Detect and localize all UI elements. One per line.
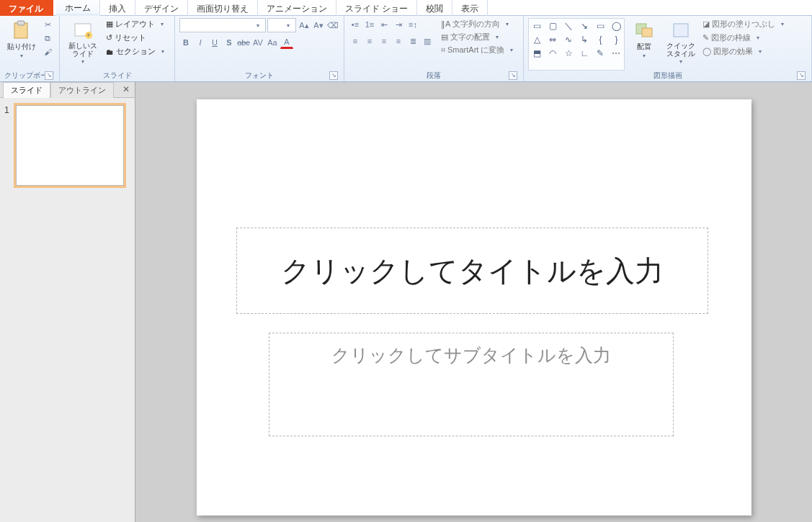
tab-file[interactable]: ファイル <box>0 0 53 16</box>
align-text-icon: ▤ <box>441 32 448 42</box>
tab-slideshow[interactable]: スライド ショー <box>336 0 417 16</box>
ribbon-tabs: ファイル ホーム 挿入 デザイン 画面切り替え アニメーション スライド ショー… <box>0 0 812 16</box>
title-placeholder[interactable]: クリックしてタイトルを入力 <box>236 228 708 314</box>
numbering-button[interactable]: 1≡ <box>363 18 376 31</box>
tab-review[interactable]: 校閲 <box>417 0 452 16</box>
tab-animations[interactable]: アニメーション <box>258 0 336 16</box>
line-spacing-button[interactable]: ≡↕ <box>406 18 419 31</box>
arrange-label: 配置 <box>637 42 651 52</box>
copy-button[interactable]: ⧉ <box>41 32 54 45</box>
side-tab-outline[interactable]: アウトライン <box>50 82 114 98</box>
shape-connector-icon[interactable]: ↳ <box>577 33 592 46</box>
layout-button[interactable]: ▦ レイアウト▾ <box>104 18 170 30</box>
shapes-more-icon[interactable]: ⋯ <box>609 47 623 60</box>
group-title-font: フォント ↘ <box>179 71 339 81</box>
char-spacing-button[interactable]: AV <box>251 36 264 49</box>
format-painter-button[interactable]: 🖌 <box>41 45 54 58</box>
group-slides: ✦ 新しいスライド ▾ ▦ レイアウト▾ ↺ リセット 🖿 セクション▾ <box>60 16 175 81</box>
shape-curve-icon[interactable]: ∿ <box>561 33 576 46</box>
text-direction-button[interactable]: ‖A 文字列の方向▾ <box>439 18 519 30</box>
group-clipboard: 貼り付け ▾ ✂ ⧉ 🖌 クリップボード ↘ <box>0 16 60 81</box>
shape-effects-button[interactable]: ◯図形の効果▾ <box>700 45 790 58</box>
shape-outline-button[interactable]: ✎図形の枠線▾ <box>700 32 790 44</box>
shape-oval-icon[interactable]: ◯ <box>609 19 623 32</box>
shape-arrowLR-icon[interactable]: ⇔ <box>545 33 560 46</box>
slides-panel: スライド アウトライン ✕ 1 <box>0 82 135 522</box>
clear-format-button[interactable]: ⌫ <box>326 19 339 32</box>
underline-button[interactable]: U <box>208 36 221 49</box>
align-center-button[interactable]: ≡ <box>363 35 376 48</box>
subtitle-placeholder-text: クリックしてサブタイトルを入力 <box>331 343 611 367</box>
shape-rect-icon[interactable]: ▭ <box>530 19 544 32</box>
quick-style-icon <box>669 19 692 41</box>
columns-button[interactable]: ▥ <box>421 35 434 48</box>
shape-line-icon[interactable]: ＼ <box>561 19 576 32</box>
title-placeholder-text: クリックしてタイトルを入力 <box>281 251 664 291</box>
new-slide-button[interactable]: ✦ 新しいスライド ▾ <box>64 18 102 71</box>
italic-button[interactable]: I <box>194 36 207 49</box>
layout-icon: ▦ <box>106 19 113 29</box>
font-name-combo[interactable]: ▾ <box>179 18 266 32</box>
shape-star-icon[interactable]: ☆ <box>561 47 576 60</box>
shape-rect2-icon[interactable]: ▭ <box>593 19 607 32</box>
shape-arc-icon[interactable]: ◠ <box>545 47 560 60</box>
group-title-drawing: 図形描画 ↘ <box>528 71 807 81</box>
shapes-gallery[interactable]: ▭ ▢ ＼ ↘ ▭ ◯ △ ⇔ ∿ ↳ { } ⬒ ◠ <box>528 18 625 71</box>
reset-button[interactable]: ↺ リセット <box>104 32 170 44</box>
section-button[interactable]: 🖿 セクション▾ <box>104 45 170 58</box>
increase-indent-button[interactable]: ⇥ <box>392 18 405 31</box>
tab-home[interactable]: ホーム <box>56 0 100 16</box>
subtitle-placeholder[interactable]: クリックしてサブタイトルを入力 <box>269 333 674 436</box>
slide-number-label: 1 <box>4 105 12 186</box>
smartart-button[interactable]: ⌗ SmartArt に変換▾ <box>439 44 519 56</box>
shape-triangle-icon[interactable]: △ <box>530 33 544 46</box>
tab-insert[interactable]: 挿入 <box>100 0 135 16</box>
tab-view[interactable]: 表示 <box>452 0 488 16</box>
shape-callout-icon[interactable]: ⬒ <box>530 47 544 60</box>
arrange-button[interactable]: 配置 ▾ <box>627 18 661 71</box>
bullets-button[interactable]: •≡ <box>349 18 362 31</box>
cut-button[interactable]: ✂ <box>41 18 54 31</box>
shape-brace-icon[interactable]: { <box>593 33 607 46</box>
increase-font-button[interactable]: A▴ <box>298 19 311 32</box>
paste-button[interactable]: 貼り付け ▾ <box>4 18 39 71</box>
decrease-font-button[interactable]: A▾ <box>312 19 325 32</box>
text-direction-icon: ‖A <box>441 19 450 29</box>
close-panel-button[interactable]: ✕ <box>120 84 132 96</box>
shape-freeform-icon[interactable]: ✎ <box>593 47 607 60</box>
shape-l-icon[interactable]: ∟ <box>577 47 592 60</box>
drawing-dialog-launcher[interactable]: ↘ <box>797 71 806 80</box>
shape-fill-button[interactable]: ◪図形の塗りつぶし▾ <box>700 18 790 30</box>
quick-style-button[interactable]: クイックスタイル ▾ <box>664 18 698 71</box>
slide-canvas-area[interactable]: クリックしてタイトルを入力 クリックしてサブタイトルを入力 <box>135 82 812 522</box>
change-case-button[interactable]: Aa <box>266 36 279 49</box>
strike-button[interactable]: abc <box>237 36 250 49</box>
distribute-button[interactable]: ≣ <box>406 35 419 48</box>
thumbnail-1[interactable]: 1 <box>4 105 130 186</box>
tab-design[interactable]: デザイン <box>135 0 188 16</box>
dropdown-arrow-icon: ▾ <box>78 58 88 65</box>
svg-rect-1 <box>17 21 24 25</box>
tab-transitions[interactable]: 画面切り替え <box>188 0 258 16</box>
shape-roundrect-icon[interactable]: ▢ <box>545 19 560 32</box>
font-dialog-launcher[interactable]: ↘ <box>329 71 338 80</box>
decrease-indent-button[interactable]: ⇤ <box>378 18 391 31</box>
justify-button[interactable]: ≡ <box>392 35 405 48</box>
side-tab-slides[interactable]: スライド <box>3 82 50 98</box>
side-panel-tabs: スライド アウトライン ✕ <box>0 82 135 98</box>
bold-button[interactable]: B <box>179 36 192 49</box>
font-color-button[interactable]: A <box>280 36 293 49</box>
shape-brace2-icon[interactable]: } <box>609 33 623 46</box>
font-size-combo[interactable]: ▾ <box>267 18 296 32</box>
clipboard-dialog-launcher[interactable]: ↘ <box>45 71 53 80</box>
align-right-button[interactable]: ≡ <box>378 35 391 48</box>
section-icon: 🖿 <box>106 48 114 56</box>
slide[interactable]: クリックしてタイトルを入力 クリックしてサブタイトルを入力 <box>197 99 751 516</box>
work-area: スライド アウトライン ✕ 1 クリックしてタイトルを入力 クリックしてサブタイ… <box>0 82 812 522</box>
paste-label: 貼り付け <box>7 42 36 52</box>
align-left-button[interactable]: ≡ <box>349 35 362 48</box>
shadow-button[interactable]: S <box>223 36 236 49</box>
align-text-button[interactable]: ▤ 文字の配置▾ <box>439 31 519 43</box>
shape-arrow-icon[interactable]: ↘ <box>577 19 592 32</box>
paragraph-dialog-launcher[interactable]: ↘ <box>509 71 517 80</box>
